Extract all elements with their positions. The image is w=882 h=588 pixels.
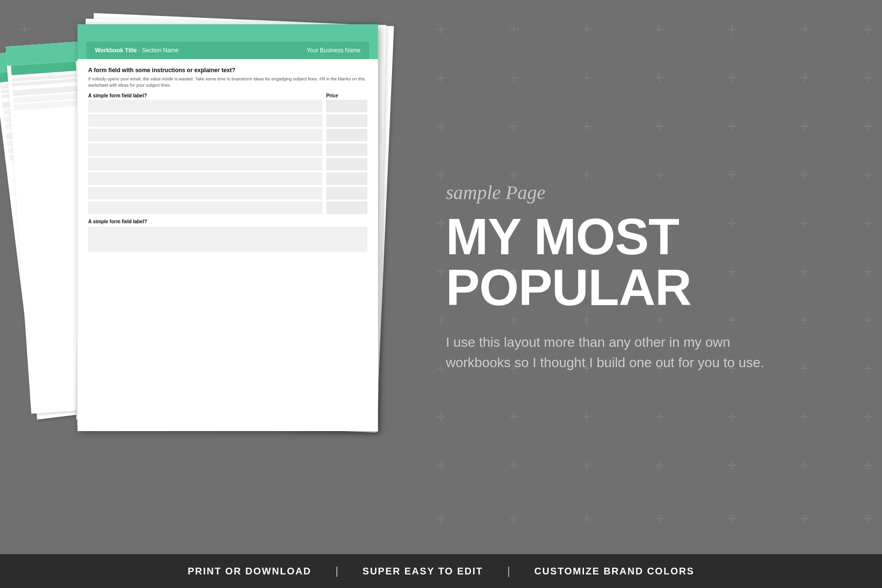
page-header: Workbook Title · Section Name Your Busin… [78, 24, 378, 59]
field-main[interactable] [88, 172, 322, 185]
right-panel: sample Page MY MOST POPULAR I use this l… [407, 0, 882, 554]
field-price[interactable] [326, 158, 367, 170]
field-main[interactable] [88, 143, 322, 156]
table-row [88, 129, 367, 141]
main-page: Workbook Title · Section Name Your Busin… [78, 24, 378, 431]
col1-label: A simple form field label? [88, 93, 322, 98]
bottom-bar-divider-1: | [335, 565, 338, 577]
field-main[interactable] [88, 187, 322, 200]
table-row [88, 100, 367, 112]
main-title: MY MOST POPULAR [446, 211, 843, 313]
section2-label: A simple form field label? [88, 219, 367, 224]
field-main[interactable] [88, 129, 322, 141]
table-row [88, 187, 367, 200]
workbook-title: Workbook Title [95, 47, 137, 54]
field-price[interactable] [326, 143, 367, 156]
col2-label: Price [326, 93, 367, 98]
field-price[interactable] [326, 114, 367, 127]
section2-field[interactable] [88, 227, 367, 252]
field-main[interactable] [88, 201, 322, 214]
table-row [88, 114, 367, 127]
field-main[interactable] [88, 100, 322, 112]
field-main[interactable] [88, 114, 322, 127]
page-header-inner: Workbook Title · Section Name Your Busin… [86, 42, 369, 59]
field-price[interactable] [326, 129, 367, 141]
field-price[interactable] [326, 100, 367, 112]
bottom-bar-item-2: SUPER EASY TO EDIT [338, 566, 507, 577]
section-name: · Section Name [139, 47, 306, 54]
business-name: Your Business Name [306, 47, 361, 54]
table-row [88, 201, 367, 214]
bottom-bar-item-3: CUSTOMIZE BRAND COLORS [510, 566, 718, 577]
bottom-bar: PRINT OR DOWNLOAD | SUPER EASY TO EDIT |… [0, 554, 882, 588]
form-description: If nobody opens your email, the value in… [88, 76, 367, 88]
form-question: A form field with some instructions or e… [88, 67, 367, 74]
field-price[interactable] [326, 187, 367, 200]
page-content: A form field with some instructions or e… [78, 59, 378, 258]
table-row [88, 143, 367, 156]
form-rows [88, 100, 367, 214]
table-row [88, 158, 367, 170]
table-header: A simple form field label? Price [88, 93, 367, 98]
bottom-bar-divider-2: | [507, 565, 510, 577]
left-panel: Workbook Title · Section Name Your Busin… [0, 0, 407, 554]
description-text: I use this layout more than any other in… [446, 332, 795, 373]
field-price[interactable] [326, 172, 367, 185]
sample-page-label: sample Page [446, 181, 843, 204]
table-row [88, 172, 367, 185]
field-main[interactable] [88, 158, 322, 170]
bottom-bar-item-1: PRINT OR DOWNLOAD [163, 566, 335, 577]
field-price[interactable] [326, 201, 367, 214]
